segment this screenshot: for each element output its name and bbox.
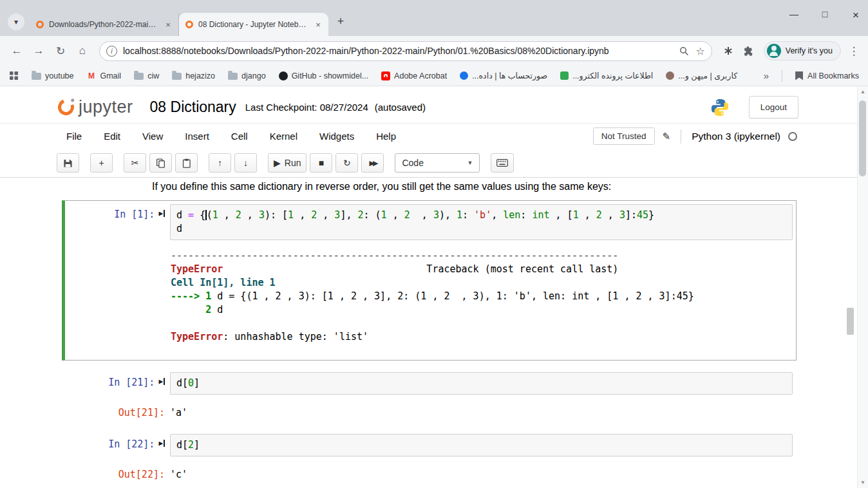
- bookmark-item[interactable]: django: [228, 71, 266, 80]
- notebook-title[interactable]: 08 Dictionary: [150, 99, 236, 116]
- cell-type-dropdown[interactable]: Code ▼: [395, 153, 480, 173]
- menu-help[interactable]: Help: [365, 127, 407, 145]
- site-blue-icon: [460, 71, 468, 80]
- bookmark-item[interactable]: Adobe Acrobat: [381, 71, 447, 80]
- move-cell-down-button[interactable]: ↓: [234, 153, 257, 173]
- tab-search-button[interactable]: ▾: [8, 14, 24, 30]
- bookmark-label: ناحیه کاربری | میهن و...: [678, 71, 737, 80]
- folder-icon: [32, 73, 41, 80]
- logout-button[interactable]: Logout: [749, 96, 798, 118]
- pencil-icon[interactable]: ✎: [663, 131, 671, 142]
- command-palette-button[interactable]: [491, 153, 514, 173]
- jupyter-logo[interactable]: jupyter: [58, 97, 133, 117]
- url-text[interactable]: localhost:8888/notebooks/Downloads/Pytho…: [123, 46, 673, 56]
- output-prompt: Out[21]:: [118, 407, 165, 418]
- paste-cell-button[interactable]: [175, 153, 198, 173]
- menu-view[interactable]: View: [131, 127, 174, 145]
- jupyter-favicon: [185, 21, 193, 28]
- code-cell[interactable]: In [1]:▶d = {(1 , 2 , 3): [1 , 2 , 3], 2…: [62, 200, 797, 361]
- interrupt-kernel-button[interactable]: ■: [310, 153, 332, 173]
- acrobat-icon: [381, 71, 390, 80]
- menu-cell[interactable]: Cell: [220, 127, 259, 145]
- folder-icon: [228, 73, 238, 80]
- new-tab-button[interactable]: +: [332, 13, 349, 30]
- markdown-text: If you define this same dictionary in re…: [152, 181, 868, 192]
- home-button[interactable]: ⌂: [72, 41, 93, 61]
- code-input[interactable]: d = {(1 , 2 , 3): [1 , 2 , 3], 2: (1 , 2…: [170, 204, 793, 240]
- all-bookmarks-label: All Bookmarks: [807, 71, 859, 80]
- trust-status-button[interactable]: Not Trusted: [593, 127, 655, 145]
- chevron-down-icon: ▾: [14, 17, 18, 26]
- page-scrollbar-thumb[interactable]: [859, 100, 866, 176]
- jupyter-menubar: FileEditViewInsertCellKernelWidgetsHelp …: [0, 123, 868, 149]
- input-prompt: In [1]:: [114, 209, 155, 220]
- folder-icon: [134, 73, 144, 80]
- bookmark-item[interactable]: ciw: [134, 71, 159, 80]
- tab-close-icon[interactable]: ×: [313, 19, 323, 30]
- menu-kernel[interactable]: Kernel: [259, 127, 308, 145]
- output-value: 'c': [170, 464, 187, 480]
- zoom-icon[interactable]: [679, 46, 689, 56]
- jupyter-favicon: [36, 21, 44, 28]
- tab-title: Downloads/Python-2022-main...: [49, 20, 158, 29]
- scroll-down-icon[interactable]: ▼: [860, 480, 865, 485]
- browser-menu-button[interactable]: ⋮: [846, 44, 862, 58]
- all-bookmarks-button[interactable]: All Bookmarks: [795, 71, 859, 80]
- maximize-button[interactable]: □: [818, 9, 832, 22]
- jupyter-toolbar: + ✂ ↑ ↓ ▶ Run ■ ↻: [0, 149, 868, 178]
- cut-cell-button[interactable]: ✂: [124, 153, 146, 173]
- menu-widgets[interactable]: Widgets: [308, 127, 365, 145]
- back-button[interactable]: ←: [6, 41, 27, 61]
- run-cell-icon[interactable]: ▶: [158, 438, 165, 447]
- save-button[interactable]: [57, 153, 79, 173]
- code-input[interactable]: d[2]: [170, 434, 793, 456]
- add-cell-button[interactable]: +: [90, 153, 113, 173]
- profile-chip[interactable]: Verify it's you: [764, 41, 841, 61]
- reload-button[interactable]: ↻: [50, 41, 71, 61]
- bookmark-item[interactable]: ناحیه کاربری | میهن و...: [666, 71, 737, 80]
- notebook-scrollbar-thumb[interactable]: [847, 308, 854, 335]
- code-input[interactable]: d[0]: [170, 372, 793, 395]
- tab-downloads[interactable]: Downloads/Python-2022-main... ×: [30, 13, 179, 36]
- site-info-icon[interactable]: i: [106, 46, 117, 57]
- run-button[interactable]: ▶ Run: [268, 153, 307, 173]
- bookmark-item[interactable]: MGmail: [86, 71, 121, 80]
- bookmark-item[interactable]: hejazizo: [172, 71, 215, 80]
- minimize-button[interactable]: —: [787, 9, 801, 22]
- extensions-puzzle-icon[interactable]: [739, 41, 759, 61]
- restart-kernel-button[interactable]: ↻: [335, 153, 358, 173]
- run-cell-icon[interactable]: ▶: [158, 209, 165, 218]
- browser-toolbar: ← → ↻ ⌂ i localhost:8888/notebooks/Downl…: [0, 36, 868, 66]
- bookmarks-overflow-icon[interactable]: »: [764, 70, 769, 81]
- code-cell[interactable]: In [21]:▶d[0]Out[21]:'a': [62, 368, 797, 422]
- python-logo-icon: [710, 98, 730, 117]
- tab-dictionary-notebook[interactable]: 08 Dictionary - Jupyter Notebo... ×: [179, 13, 328, 36]
- close-button[interactable]: ×: [849, 9, 863, 22]
- bookmarks-bar: youtubeMGmailciwhejazizodjangoGitHub - s…: [0, 66, 868, 86]
- run-label: Run: [285, 158, 301, 168]
- jupyter-logo-text: jupyter: [79, 97, 133, 117]
- bookmark-label: GitHub - showmidel...: [292, 71, 368, 80]
- menu-edit[interactable]: Edit: [93, 127, 131, 145]
- menu-file[interactable]: File: [55, 127, 93, 145]
- tab-close-icon[interactable]: ×: [163, 19, 173, 30]
- divider: [681, 129, 681, 144]
- bookmark-item[interactable]: اطلاعات پرونده الکترو...: [560, 71, 653, 80]
- apps-grid-icon[interactable]: [9, 71, 19, 80]
- copy-cell-button[interactable]: [149, 153, 172, 173]
- bookmark-star-icon[interactable]: ☆: [695, 45, 704, 57]
- restart-run-all-button[interactable]: ▶▶: [361, 153, 384, 173]
- gmail-icon: M: [86, 71, 96, 80]
- bookmark-item[interactable]: GitHub - showmidel...: [279, 71, 368, 80]
- scroll-up-icon[interactable]: ▲: [860, 89, 865, 95]
- run-cell-icon[interactable]: ▶: [158, 377, 165, 386]
- url-bar[interactable]: i localhost:8888/notebooks/Downloads/Pyt…: [99, 41, 712, 61]
- menu-insert[interactable]: Insert: [174, 127, 220, 145]
- code-cell[interactable]: In [22]:▶d[2]Out[22]:'c': [62, 430, 797, 484]
- forward-button[interactable]: →: [28, 41, 49, 61]
- move-cell-up-button[interactable]: ↑: [209, 153, 231, 173]
- bookmark-item[interactable]: صورتحساب ها | داده...: [460, 71, 547, 80]
- extension-icon[interactable]: [719, 41, 738, 61]
- notebook-content: If you define this same dictionary in re…: [0, 181, 868, 484]
- bookmark-item[interactable]: youtube: [32, 71, 73, 80]
